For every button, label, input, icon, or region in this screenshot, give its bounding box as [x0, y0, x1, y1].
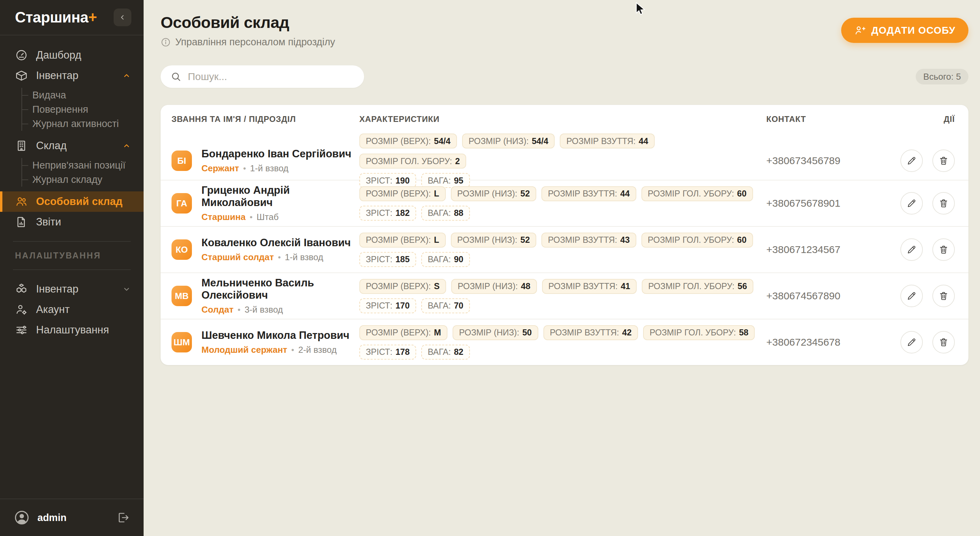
badge-value: 52 [520, 235, 530, 245]
sidebar-collapse-button[interactable] [114, 8, 131, 26]
delete-button[interactable] [932, 331, 955, 354]
badge-label: РОЗМІР (НИЗ): [457, 189, 517, 199]
search-input[interactable] [188, 71, 355, 82]
person-unit: 1-й взвод [250, 163, 288, 174]
box-icon [15, 69, 28, 82]
badges-solid: РОЗМІР (ВЕРХ):54/4РОЗМІР (НИЗ):54/4РОЗМІ… [360, 134, 766, 169]
delete-button[interactable] [932, 238, 955, 261]
page-subtitle: Управління персоналом підрозділу [175, 37, 335, 48]
sidebar-item-settings-inventory[interactable]: Інвентар [0, 279, 143, 299]
badges-dashed: ЗРІСТ:185ВАГА:90 [360, 252, 766, 267]
separator-dot: • [237, 305, 240, 315]
badge-value: 44 [620, 189, 630, 199]
sidebar-item-personnel[interactable]: Особовий склад [0, 191, 143, 212]
gauge-icon [15, 49, 28, 62]
person-unit: 3-й взвод [245, 305, 283, 315]
size-badge: РОЗМІР (НИЗ):52 [451, 186, 537, 201]
badge-value: 2 [455, 156, 460, 166]
logout-button[interactable] [116, 511, 130, 525]
chevron-up-icon [122, 141, 131, 150]
delete-button[interactable] [932, 285, 955, 307]
sidebar-item-inventory[interactable]: Інвентар [0, 65, 143, 86]
delete-button[interactable] [932, 192, 955, 215]
metric-badge: ВАГА:70 [421, 298, 470, 313]
size-badge: РОЗМІР ГОЛ. УБОРУ:58 [643, 325, 755, 340]
badge-label: РОЗМІР ВЗУТТЯ: [549, 281, 618, 291]
badge-label: ЗРІСТ: [366, 176, 392, 186]
metric-badge: ВАГА:88 [421, 206, 470, 221]
badge-label: РОЗМІР ВЗУТТЯ: [566, 136, 636, 146]
sidebar-subitem-activity-log[interactable]: Журнал активності [22, 116, 143, 131]
edit-button[interactable] [900, 150, 923, 172]
sidebar-item-reports[interactable]: Звіти [0, 212, 143, 232]
avatar: КО [172, 239, 192, 260]
sidebar-subitem-unlinked-positions[interactable]: Неприв'язані позиції [22, 158, 143, 172]
badge-value: 60 [737, 189, 746, 199]
person-rank: Старшина [202, 212, 246, 222]
person-phone: +380674567890 [766, 290, 899, 302]
trash-icon [939, 337, 949, 347]
person-unit: 1-й взвод [285, 252, 323, 263]
size-badge: РОЗМІР ГОЛ. УБОРУ:60 [641, 233, 753, 247]
user-gear-icon [15, 303, 28, 316]
chevron-down-icon [122, 284, 131, 294]
sidebar-subitem-warehouse-log[interactable]: Журнал складу [22, 172, 143, 187]
trash-icon [939, 156, 949, 166]
badge-label: ВАГА: [428, 347, 451, 357]
person-unit: 2-й взвод [298, 345, 337, 355]
size-badge: РОЗМІР ВЗУТТЯ:41 [542, 279, 637, 294]
badge-label: РОЗМІР (НИЗ): [458, 281, 518, 291]
badge-value: 48 [521, 281, 530, 291]
badge-value: 90 [454, 254, 463, 264]
badge-label: РОЗМІР (НИЗ): [459, 328, 519, 337]
badges-dashed: ЗРІСТ:190ВАГА:95 [360, 173, 766, 188]
building-icon [15, 139, 28, 152]
person-phone: +380672345678 [766, 337, 899, 348]
sidebar-item-label: Дашборд [36, 49, 81, 61]
edit-button[interactable] [900, 238, 923, 261]
sidebar-item-dashboard[interactable]: Дашборд [0, 45, 143, 65]
trash-icon [939, 291, 949, 301]
badge-value: 50 [522, 328, 532, 337]
pencil-icon [907, 198, 917, 208]
column-header-contact: КОНТАКТ [766, 115, 899, 124]
badge-label: ЗРІСТ: [366, 208, 392, 218]
pencil-icon [907, 156, 917, 166]
badge-value: 58 [739, 328, 749, 337]
edit-button[interactable] [900, 331, 923, 354]
badge-value: 54/4 [532, 136, 549, 146]
toolbar: Всього: 5 [161, 65, 969, 88]
avatar: МВ [172, 286, 192, 306]
badge-label: ЗРІСТ: [366, 301, 392, 311]
badges-dashed: ЗРІСТ:170ВАГА:70 [360, 298, 766, 313]
badge-value: 190 [395, 176, 410, 186]
badge-label: РОЗМІР ГОЛ. УБОРУ: [649, 328, 736, 337]
trash-icon [939, 244, 949, 255]
sidebar-item-settings[interactable]: Налаштування [0, 320, 143, 340]
sidebar-subitem-vydacha[interactable]: Видача [22, 88, 143, 102]
badge-label: РОЗМІР (ВЕРХ): [366, 136, 431, 146]
column-header-chars: ХАРАКТЕРИСТИКИ [360, 115, 766, 124]
badge-value: 82 [454, 347, 463, 357]
badges-solid: РОЗМІР (ВЕРХ):MРОЗМІР (НИЗ):50РОЗМІР ВЗУ… [360, 325, 766, 340]
badge-label: РОЗМІР ВЗУТТЯ: [548, 189, 617, 199]
sidebar-item-account[interactable]: Акаунт [0, 299, 143, 320]
sidebar-item-warehouse[interactable]: Склад [0, 136, 143, 156]
edit-button[interactable] [900, 285, 923, 307]
username: admin [37, 512, 66, 523]
sidebar: Старшина+ Дашборд Інвентар Видача Поверн… [0, 0, 143, 536]
badge-label: РОЗМІР ГОЛ. УБОРУ: [366, 156, 452, 166]
sliders-icon [15, 324, 28, 337]
person-unit: Штаб [256, 212, 279, 222]
pencil-icon [907, 244, 917, 255]
table-row: МВ Мельниченко Василь Олексійович Солдат… [161, 273, 969, 319]
sidebar-subitem-povernennia[interactable]: Повернення [22, 102, 143, 116]
size-badge: РОЗМІР ГОЛ. УБОРУ:60 [641, 186, 753, 201]
size-badge: РОЗМІР (НИЗ):50 [453, 325, 538, 340]
table-row: КО Коваленко Олексій Іванович Старший со… [161, 226, 969, 273]
separator-dot: • [243, 164, 246, 173]
badge-label: РОЗМІР (ВЕРХ): [366, 281, 431, 291]
edit-button[interactable] [900, 192, 923, 215]
delete-button[interactable] [932, 150, 955, 172]
add-person-button[interactable]: ДОДАТИ ОСОБУ [841, 18, 969, 43]
